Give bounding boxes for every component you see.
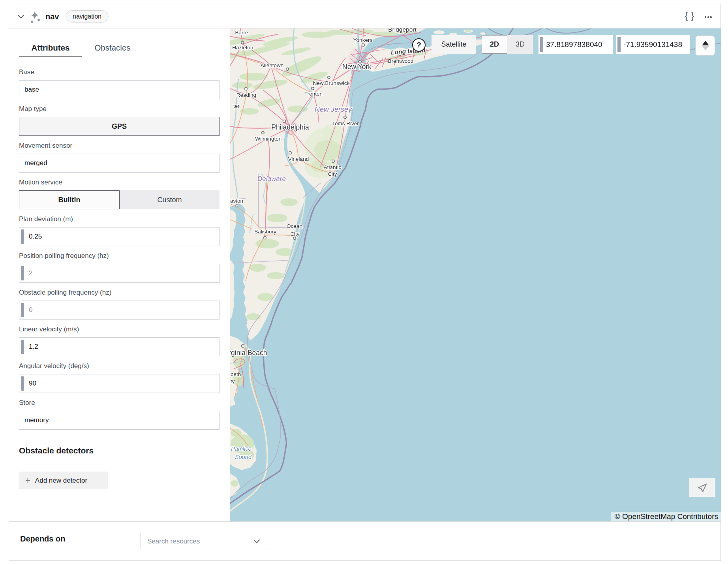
svg-text:Bridgeport: Bridgeport — [388, 28, 417, 33]
svg-text:New Jersey: New Jersey — [315, 105, 352, 113]
svg-text:New York: New York — [342, 63, 372, 71]
svg-text:City: City — [290, 231, 299, 237]
svg-text:Delaware: Delaware — [257, 175, 286, 182]
svg-text:City: City — [328, 171, 337, 177]
svg-text:Easton: Easton — [230, 198, 243, 204]
svg-text:Reading: Reading — [236, 92, 256, 98]
svg-text:Yonkers: Yonkers — [353, 37, 373, 43]
svg-text:Allentown: Allentown — [261, 62, 284, 68]
svg-text:Ocean: Ocean — [287, 223, 302, 229]
svg-text:Brentwood: Brentwood — [388, 58, 414, 64]
svg-text:ter: ter — [233, 103, 240, 109]
svg-text:beth: beth — [231, 371, 241, 377]
svg-text:Wilmington: Wilmington — [255, 136, 282, 142]
svg-text:Sound: Sound — [235, 454, 252, 460]
svg-text:Salisbury: Salisbury — [254, 229, 276, 235]
svg-text:Atlantic: Atlantic — [324, 164, 341, 170]
svg-text:Toms River: Toms River — [332, 120, 359, 126]
svg-text:New Brunswick: New Brunswick — [313, 80, 350, 86]
svg-text:ty: ty — [231, 378, 235, 384]
svg-text:Hazleton: Hazleton — [232, 45, 253, 51]
svg-text:Virginia Beach: Virginia Beach — [230, 349, 267, 357]
svg-text:Barre: Barre — [235, 30, 248, 36]
svg-text:Vineland: Vineland — [288, 156, 309, 162]
svg-text:Pamlico: Pamlico — [231, 446, 251, 452]
svg-text:Trenton: Trenton — [304, 91, 323, 97]
svg-text:Philadelphia: Philadelphia — [271, 123, 309, 131]
